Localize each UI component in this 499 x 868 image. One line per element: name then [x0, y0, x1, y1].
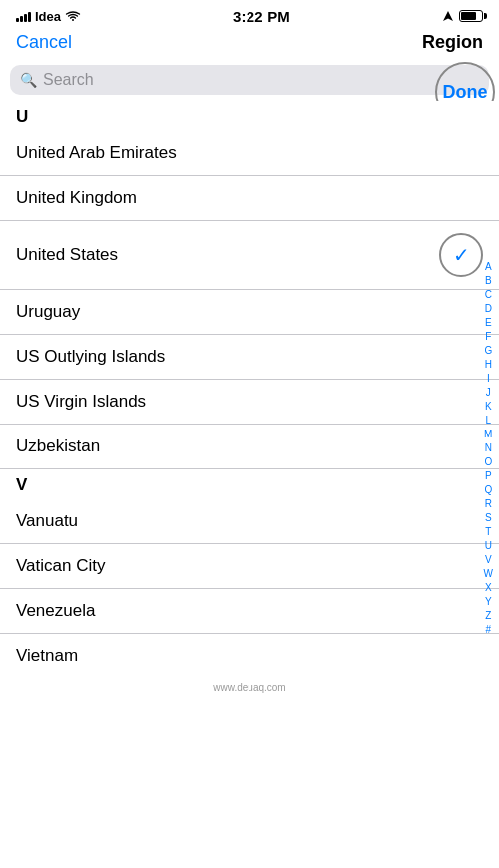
check-circle: ✓ [439, 233, 483, 277]
item-label: United Kingdom [16, 188, 137, 208]
alpha-letter-u[interactable]: U [483, 539, 494, 552]
alpha-letter-#[interactable]: # [483, 623, 493, 636]
region-list: U [0, 101, 499, 131]
item-label: Uzbekistan [16, 436, 100, 456]
battery-icon [459, 10, 483, 22]
item-label: United Arab Emirates [16, 143, 177, 163]
search-input[interactable]: Search [43, 71, 479, 89]
item-label: US Virgin Islands [16, 392, 146, 412]
alpha-letter-m[interactable]: M [482, 428, 494, 440]
alpha-letter-i[interactable]: I [485, 372, 492, 385]
alpha-letter-p[interactable]: P [483, 469, 494, 482]
item-label: United States [16, 245, 118, 265]
signal-bars [16, 10, 31, 22]
region-items-list: United Arab EmiratesUnited KingdomUnited… [0, 131, 499, 678]
list-item[interactable]: Vanuatu [0, 499, 499, 544]
list-item[interactable]: US Outlying Islands [0, 335, 499, 380]
alpha-letter-a[interactable]: A [483, 260, 494, 273]
location-icon [442, 10, 454, 22]
alpha-letter-n[interactable]: N [483, 441, 494, 454]
search-icon: 🔍 [20, 72, 37, 88]
alpha-letter-w[interactable]: W [482, 567, 495, 580]
item-label: Uruguay [16, 302, 80, 322]
alpha-letter-r[interactable]: R [483, 497, 494, 510]
search-bar[interactable]: 🔍 Search [10, 65, 489, 95]
list-item[interactable]: United Arab Emirates [0, 131, 499, 176]
alpha-letter-q[interactable]: Q [482, 483, 494, 496]
alpha-letter-b[interactable]: B [483, 274, 494, 287]
list-item[interactable]: United Kingdom [0, 176, 499, 221]
checkmark-icon: ✓ [453, 243, 470, 267]
alpha-letter-c[interactable]: C [483, 288, 494, 301]
alpha-letter-f[interactable]: F [483, 330, 493, 343]
alpha-letter-g[interactable]: G [482, 344, 494, 357]
list-item[interactable]: US Virgin Islands [0, 380, 499, 425]
wifi-icon [65, 10, 81, 22]
status-icons [442, 10, 483, 22]
alpha-letter-y[interactable]: Y [483, 595, 494, 608]
carrier-signal: Idea [16, 9, 81, 24]
status-bar: Idea 3:22 PM [0, 0, 499, 28]
done-button[interactable]: Done [443, 82, 488, 103]
page-title: Region [422, 32, 483, 53]
item-label: Venezuela [16, 601, 95, 621]
section-header-v: V [0, 469, 499, 499]
item-label: Vietnam [16, 646, 78, 666]
section-header-u: U [0, 101, 499, 131]
alpha-letter-o[interactable]: O [482, 455, 494, 468]
alpha-letter-k[interactable]: K [483, 400, 494, 413]
list-container: United Arab EmiratesUnited KingdomUnited… [0, 131, 499, 678]
carrier-name: Idea [35, 9, 61, 24]
list-item[interactable]: Vietnam [0, 634, 499, 678]
item-label: US Outlying Islands [16, 347, 165, 367]
nav-bar: Cancel Region Done [0, 28, 499, 61]
alpha-letter-h[interactable]: H [483, 358, 494, 371]
alpha-letter-j[interactable]: J [484, 386, 493, 399]
alpha-letter-d[interactable]: D [483, 302, 494, 315]
alpha-letter-l[interactable]: L [483, 414, 493, 427]
alpha-letter-z[interactable]: Z [483, 609, 493, 622]
alpha-letter-v[interactable]: V [483, 553, 494, 566]
cancel-button[interactable]: Cancel [16, 32, 72, 53]
item-label: Vatican City [16, 556, 105, 576]
alpha-letter-e[interactable]: E [483, 316, 494, 329]
list-item[interactable]: Venezuela [0, 589, 499, 634]
item-label: Vanuatu [16, 511, 78, 531]
list-item[interactable]: Vatican City [0, 544, 499, 589]
list-item[interactable]: Uruguay [0, 290, 499, 335]
list-item[interactable]: Uzbekistan [0, 425, 499, 469]
alphabet-index[interactable]: ABCDEFGHIJKLMNOPQRSTUVWXYZ# [482, 260, 495, 636]
alpha-letter-x[interactable]: X [483, 581, 494, 594]
alpha-letter-t[interactable]: T [483, 525, 493, 538]
nav-bar-container: Cancel Region Done [0, 28, 499, 61]
list-item[interactable]: United States✓ [0, 221, 499, 290]
status-time: 3:22 PM [233, 8, 290, 25]
watermark: www.deuaq.com [0, 678, 499, 697]
alpha-letter-s[interactable]: S [483, 511, 494, 524]
